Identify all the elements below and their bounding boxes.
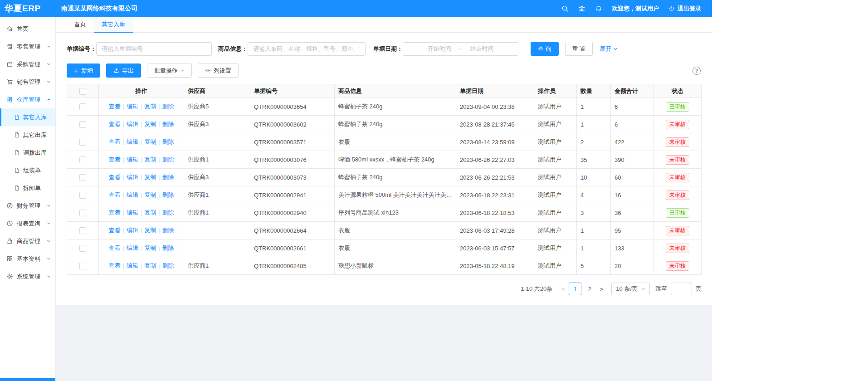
row-action-edit[interactable]: 编辑 (127, 156, 138, 163)
row-action-copy[interactable]: 复制 (144, 209, 156, 216)
row-action-copy[interactable]: 复制 (144, 121, 156, 127)
search-icon[interactable] (561, 5, 569, 12)
doc-icon (14, 132, 20, 138)
cell-supplier: 供应商1 (184, 186, 250, 204)
row-action-edit[interactable]: 编辑 (127, 262, 138, 269)
column-settings-button[interactable]: 列设置 (198, 64, 239, 78)
row-action-delete[interactable]: 删除 (162, 191, 174, 198)
row-checkbox[interactable] (79, 210, 86, 216)
row-action-copy[interactable]: 复制 (144, 262, 156, 269)
row-action-view[interactable]: 查看 (108, 103, 120, 110)
row-action-edit[interactable]: 编辑 (127, 138, 138, 145)
row-action-edit[interactable]: 编辑 (127, 209, 138, 216)
help-icon[interactable]: ? (692, 67, 701, 75)
cell-actions: 查看|编辑|复制|删除 (99, 151, 184, 169)
action-separator: | (122, 209, 124, 216)
sidebar-item-disassembly-order[interactable]: 拆卸单 (0, 179, 55, 197)
row-action-edit[interactable]: 编辑 (127, 174, 138, 181)
row-checkbox[interactable] (79, 103, 86, 110)
row-checkbox[interactable] (79, 227, 86, 234)
row-action-view[interactable]: 查看 (108, 138, 120, 145)
row-action-edit[interactable]: 编辑 (127, 244, 138, 251)
sidebar-item-basic[interactable]: 基本资料 (0, 250, 55, 268)
sidebar-item-other-outbound[interactable]: 其它出库 (0, 126, 55, 144)
row-action-delete[interactable]: 删除 (162, 156, 174, 163)
tab-home[interactable]: 首页 (67, 17, 94, 33)
date-range-input[interactable]: 开始时间 ~ 结束时间 (403, 42, 518, 56)
row-action-delete[interactable]: 删除 (162, 138, 174, 145)
row-action-delete[interactable]: 删除 (162, 244, 174, 251)
row-action-view[interactable]: 查看 (108, 121, 120, 127)
tab-other-inbound[interactable]: 其它入库 (94, 17, 133, 33)
welcome-user[interactable]: 欢迎您，测试用户 (612, 5, 659, 13)
row-action-delete[interactable]: 删除 (162, 174, 174, 181)
sidebar-item-system[interactable]: 系统管理 (0, 268, 55, 285)
row-action-edit[interactable]: 编辑 (127, 191, 138, 198)
row-action-copy[interactable]: 复制 (144, 227, 156, 234)
sidebar-item-other-inbound[interactable]: 其它入库 (0, 108, 55, 126)
row-action-copy[interactable]: 复制 (144, 156, 156, 163)
row-action-delete[interactable]: 删除 (162, 103, 174, 110)
page-size-select[interactable]: 10 条/页 (611, 283, 650, 295)
row-action-view[interactable]: 查看 (108, 227, 120, 234)
page-button-2[interactable]: 2 (583, 283, 596, 295)
next-page-button[interactable]: > (596, 283, 607, 295)
row-action-delete[interactable]: 删除 (162, 262, 174, 269)
row-checkbox[interactable] (79, 192, 86, 199)
select-all-checkbox[interactable] (79, 88, 86, 95)
sidebar-item-home[interactable]: 首页 (0, 20, 55, 38)
row-action-edit[interactable]: 编辑 (127, 121, 138, 127)
row-action-delete[interactable]: 删除 (162, 227, 174, 234)
sidebar-collapse-trigger[interactable] (0, 378, 55, 381)
row-action-view[interactable]: 查看 (108, 209, 120, 216)
chevron-down-icon (47, 204, 51, 208)
logout-button[interactable]: 退出登录 (668, 5, 701, 13)
sidebar-item-purchase[interactable]: 采购管理 (0, 55, 55, 73)
content-card: 首页其它入库 单据编号： 商品信息： 单据日期： 开始时间 ~ 结束时间 (56, 17, 712, 305)
page-button-1[interactable]: 1 (569, 283, 581, 295)
row-action-view[interactable]: 查看 (108, 174, 120, 181)
row-action-view[interactable]: 查看 (108, 191, 120, 198)
sidebar-item-retail[interactable]: 零售管理 (0, 38, 55, 55)
row-action-copy[interactable]: 复制 (144, 191, 156, 198)
row-action-copy[interactable]: 复制 (144, 138, 156, 145)
cell-date: 2023-05-18 22:48:19 (456, 257, 534, 275)
reset-button[interactable]: 重 置 (565, 42, 593, 56)
add-button[interactable]: + 新增 (67, 64, 100, 78)
row-action-view[interactable]: 查看 (108, 156, 120, 163)
bell-icon[interactable] (595, 5, 602, 12)
row-action-copy[interactable]: 复制 (144, 244, 156, 251)
export-button[interactable]: 导出 (106, 64, 141, 78)
sidebar-item-transfer-outbound[interactable]: 调拨出库 (0, 144, 55, 161)
row-action-delete[interactable]: 删除 (162, 121, 174, 127)
row-action-copy[interactable]: 复制 (144, 103, 156, 110)
sidebar-item-finance[interactable]: 财务管理 (0, 197, 55, 215)
row-checkbox[interactable] (79, 156, 86, 163)
row-action-view[interactable]: 查看 (108, 244, 120, 251)
sidebar-item-label: 销售管理 (17, 78, 40, 86)
doc-no-input[interactable] (96, 42, 212, 56)
sidebar-item-report[interactable]: 报表查询 (0, 215, 55, 232)
search-button[interactable]: 查 询 (531, 42, 559, 56)
row-checkbox[interactable] (79, 245, 86, 252)
bank-icon[interactable] (578, 5, 585, 12)
row-action-edit[interactable]: 编辑 (127, 227, 138, 234)
sidebar-item-sales[interactable]: 销售管理 (0, 73, 55, 91)
row-checkbox[interactable] (79, 263, 86, 269)
row-action-view[interactable]: 查看 (108, 262, 120, 269)
row-action-edit[interactable]: 编辑 (127, 103, 138, 110)
batch-operations-button[interactable]: 批量操作 (147, 64, 192, 78)
action-separator: | (122, 244, 124, 251)
row-checkbox[interactable] (79, 139, 86, 146)
product-info-input[interactable] (248, 42, 366, 56)
jump-page-input[interactable] (671, 283, 692, 295)
row-action-copy[interactable]: 复制 (144, 174, 156, 181)
prev-page-button[interactable]: < (558, 283, 569, 295)
row-checkbox[interactable] (79, 174, 86, 181)
sidebar-item-assembly-order[interactable]: 组装单 (0, 161, 55, 179)
row-checkbox[interactable] (79, 121, 86, 128)
sidebar-item-goods[interactable]: 商品管理 (0, 232, 55, 250)
sidebar-item-warehouse[interactable]: 仓库管理 (0, 91, 55, 108)
row-action-delete[interactable]: 删除 (162, 209, 174, 216)
expand-toggle[interactable]: 展开 (600, 45, 618, 53)
